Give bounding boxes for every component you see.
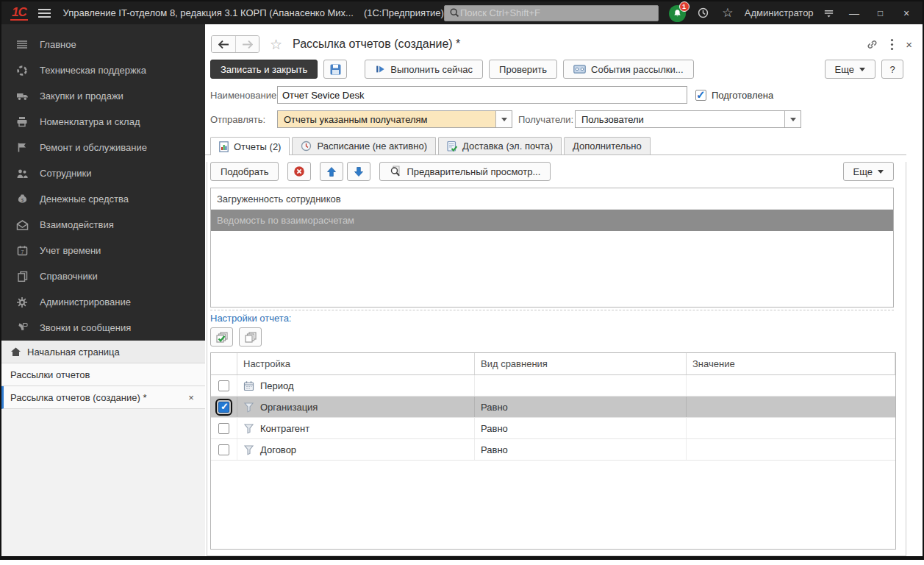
minimize-button[interactable]: — xyxy=(844,4,864,22)
table-empty-area xyxy=(211,461,895,549)
preview-button[interactable]: Предварительный просмотр... xyxy=(379,162,551,181)
report-list-item[interactable]: Загруженность сотрудников xyxy=(211,188,893,210)
column-header-setting[interactable]: Настройка xyxy=(237,353,475,374)
row-checkbox[interactable] xyxy=(218,444,229,455)
move-down-button[interactable] xyxy=(347,162,370,181)
close-window-button[interactable]: × xyxy=(896,4,917,22)
setting-name: Контрагент xyxy=(260,423,309,434)
splitter-handle[interactable] xyxy=(210,310,894,310)
value-cell xyxy=(687,397,895,417)
move-up-button[interactable] xyxy=(320,162,343,181)
pick-button[interactable]: Подобрать xyxy=(210,162,279,181)
table-row-contract[interactable]: Договор Равно xyxy=(211,439,895,461)
settings-table: Настройка Вид сравнения Значение Период xyxy=(210,352,896,550)
report-list-item-selected[interactable]: Ведомость по взаиморасчетам xyxy=(211,210,893,231)
help-button[interactable]: ? xyxy=(881,60,903,79)
sidebar-item-interactions[interactable]: Взаимодействия xyxy=(1,212,205,238)
uncheck-all-button[interactable] xyxy=(239,327,262,347)
report-settings-link[interactable]: Настройки отчета: xyxy=(210,313,894,325)
sidebar-item-purchases-sales[interactable]: Закупки и продажи xyxy=(1,83,205,109)
command-bar: Записать и закрыть Выполнить сейчас Пров… xyxy=(205,60,923,79)
global-search[interactable] xyxy=(444,5,659,21)
sidebar-item-catalogs[interactable]: Справочники xyxy=(1,263,205,289)
favorite-star-icon[interactable]: ☆ xyxy=(270,36,282,53)
application-window: 1С Управление IT-отделом 8, редакция 3.1… xyxy=(0,0,924,565)
close-form-icon[interactable]: × xyxy=(906,38,912,51)
forward-button[interactable] xyxy=(235,36,259,52)
check-all-button[interactable] xyxy=(210,327,233,347)
search-input[interactable] xyxy=(460,7,644,18)
tab-additional[interactable]: Дополнительно xyxy=(564,137,651,154)
tab-delivery[interactable]: Доставка (эл. почта) xyxy=(438,137,562,154)
more-button[interactable]: Еще xyxy=(825,60,875,79)
reports-list: Загруженность сотрудников Ведомость по в… xyxy=(210,188,894,308)
prepared-checkbox[interactable]: Подготовлена xyxy=(695,90,773,101)
clock-icon xyxy=(301,141,312,152)
row-checkbox[interactable] xyxy=(218,423,229,434)
history-button[interactable] xyxy=(694,4,713,22)
sidebar-item-label: Администрирование xyxy=(40,296,131,308)
books-icon xyxy=(15,271,29,282)
sidebar-item-calls-messages[interactable]: Звонки и сообщения xyxy=(1,315,205,341)
dropdown-arrow-icon[interactable] xyxy=(784,111,801,127)
sidebar-item-home-page[interactable]: Начальная страница xyxy=(1,341,205,363)
save-button[interactable] xyxy=(323,60,347,79)
back-button[interactable] xyxy=(212,36,235,52)
current-user[interactable]: Администратор xyxy=(745,7,814,18)
sidebar-item-label: Денежные средства xyxy=(40,193,129,205)
table-row-period[interactable]: Период xyxy=(211,375,895,397)
column-header-value[interactable]: Значение xyxy=(687,353,895,374)
sidebar-item-report-mailings[interactable]: Рассылки отчетов xyxy=(1,363,205,386)
reports-more-button[interactable]: Еще xyxy=(843,162,894,181)
magnifier-icon xyxy=(390,166,401,177)
row-checkbox-checked[interactable] xyxy=(218,402,229,413)
sidebar-item-tech-support[interactable]: Техническая поддержка xyxy=(1,57,205,83)
filter-funnel-icon xyxy=(243,402,254,413)
report-page-icon xyxy=(219,141,229,152)
tab-schedule[interactable]: Расписание (не активно) xyxy=(292,137,436,154)
more-kebab-icon[interactable] xyxy=(890,38,894,51)
favorites-button[interactable]: ☆ xyxy=(718,4,737,22)
title-bar: 1С Управление IT-отделом 8, редакция 3.1… xyxy=(1,1,923,24)
comparison-value: Равно xyxy=(475,397,687,417)
notification-badge: 1 xyxy=(679,1,690,12)
run-now-button[interactable]: Выполнить сейчас xyxy=(365,60,483,79)
sidebar-item-repair-service[interactable]: Ремонт и обслуживание xyxy=(1,135,205,160)
checkbox-checked-icon xyxy=(695,90,706,101)
mailing-events-button[interactable]: События рассылки... xyxy=(563,60,693,79)
send-combo[interactable]: Отчеты указанным получателям xyxy=(277,110,512,128)
sidebar-item-money[interactable]: s Денежные средства xyxy=(1,186,205,212)
envelope-icon xyxy=(15,219,29,231)
notifications-button[interactable]: 1 xyxy=(669,4,688,23)
table-row-organization[interactable]: Организация Равно xyxy=(211,397,895,418)
sidebar-item-main[interactable]: Главное xyxy=(1,32,205,57)
chevron-down-icon xyxy=(878,170,884,177)
sidebar-item-report-mailing-new[interactable]: Рассылка отчетов (создание) * × xyxy=(1,386,205,409)
maximize-button[interactable]: □ xyxy=(870,4,891,22)
name-input[interactable] xyxy=(277,86,687,104)
sidebar-item-nomenclature[interactable]: Номенклатура и склад xyxy=(1,109,205,135)
truck-icon xyxy=(15,90,29,102)
sidebar-item-label: Справочники xyxy=(40,271,98,282)
check-button[interactable]: Проверить xyxy=(489,60,557,79)
sidebar-item-administration[interactable]: Администрирование xyxy=(1,289,205,315)
recipients-combo[interactable]: Пользователи xyxy=(575,110,801,128)
delete-button[interactable] xyxy=(287,162,311,181)
close-tab-icon[interactable]: × xyxy=(185,392,198,403)
app-name: (1С:Предприятие) xyxy=(364,7,444,18)
people-icon xyxy=(15,168,29,180)
sidebar-item-time-tracking[interactable]: 7 Учет времени xyxy=(1,238,205,263)
save-and-close-button[interactable]: Записать и закрыть xyxy=(210,60,318,79)
row-checkbox[interactable] xyxy=(218,380,229,391)
page-title: Рассылка отчетов (создание) * xyxy=(293,38,460,51)
tab-reports[interactable]: Отчеты (2) xyxy=(210,137,290,155)
1c-logo: 1С xyxy=(10,6,28,21)
table-row-counterparty[interactable]: Контрагент Равно xyxy=(211,418,895,439)
main-menu-icon[interactable] xyxy=(38,9,51,18)
sidebar-item-employees[interactable]: Сотрудники xyxy=(1,160,205,186)
column-header-comparison[interactable]: Вид сравнения xyxy=(475,353,687,374)
dropdown-arrow-icon[interactable] xyxy=(495,111,512,127)
service-menu-button[interactable] xyxy=(820,4,839,22)
link-icon[interactable] xyxy=(866,38,878,51)
recipients-combo-value: Пользователи xyxy=(576,111,784,127)
